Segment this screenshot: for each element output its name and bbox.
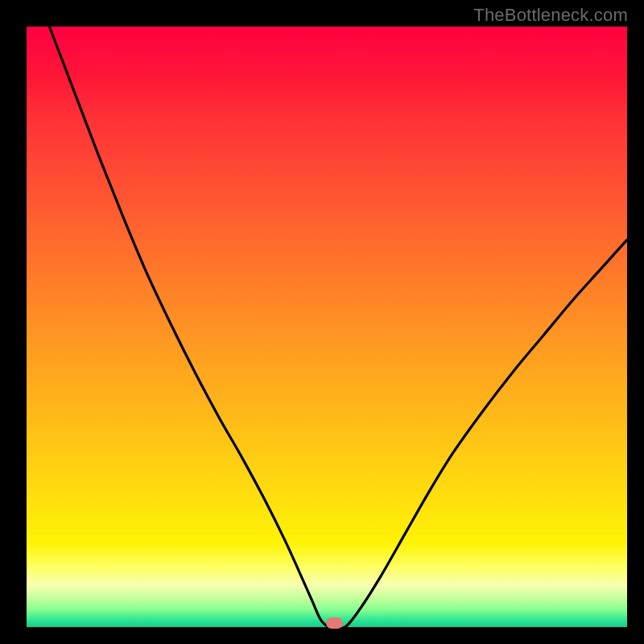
bottleneck-curve	[27, 27, 627, 627]
chart-frame: TheBottleneck.com	[0, 0, 644, 644]
optimal-marker	[326, 617, 343, 629]
watermark-text: TheBottleneck.com	[473, 5, 628, 26]
plot-area	[27, 27, 627, 627]
